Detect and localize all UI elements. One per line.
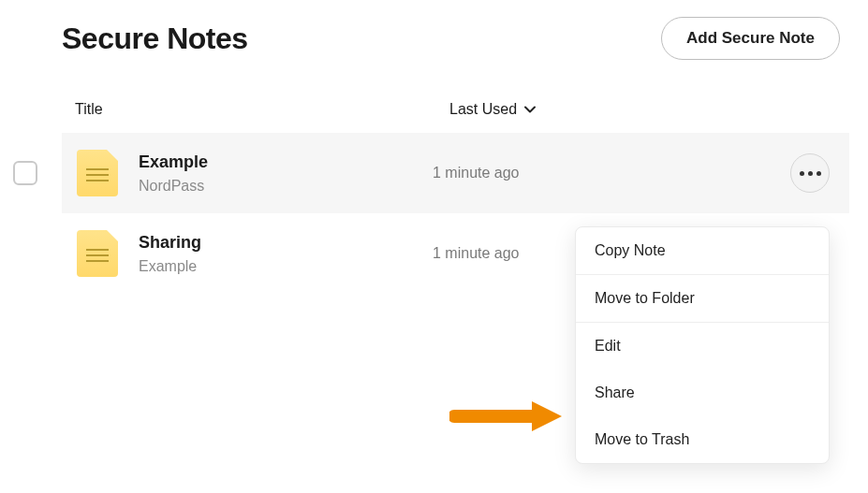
column-last-used[interactable]: Last Used: [449, 101, 846, 118]
row-title-cell: Example NordPass: [118, 152, 433, 195]
row-last-used: 1 minute ago: [433, 165, 780, 181]
row-title: Example: [139, 152, 433, 172]
note-icon: [77, 230, 118, 277]
menu-move-to-folder[interactable]: Move to Folder: [576, 275, 829, 322]
annotation-arrow-icon: [449, 398, 562, 435]
row-subtitle: Example: [139, 258, 433, 275]
page-title: Secure Notes: [62, 22, 248, 56]
dots-icon: [800, 171, 804, 176]
column-last-used-label: Last Used: [449, 101, 517, 118]
menu-copy-note[interactable]: Copy Note: [576, 227, 829, 274]
row-checkbox[interactable]: [13, 161, 37, 185]
row-title-cell: Sharing Example: [118, 233, 433, 275]
menu-share[interactable]: Share: [576, 370, 829, 416]
table-row[interactable]: Example NordPass 1 minute ago: [62, 133, 849, 213]
row-subtitle: NordPass: [139, 178, 433, 195]
note-icon: [77, 150, 118, 196]
context-menu: Copy Note Move to Folder Edit Share Move…: [575, 226, 830, 464]
menu-move-to-trash[interactable]: Move to Trash: [576, 416, 829, 463]
svg-marker-1: [532, 401, 562, 431]
column-headers: Title Last Used: [62, 101, 849, 133]
add-secure-note-button[interactable]: Add Secure Note: [661, 17, 840, 60]
more-actions-button[interactable]: [790, 153, 830, 193]
chevron-down-icon: [522, 102, 537, 117]
column-title[interactable]: Title: [66, 101, 449, 118]
menu-edit[interactable]: Edit: [576, 323, 829, 370]
header: Secure Notes Add Secure Note: [62, 17, 849, 60]
row-title: Sharing: [139, 233, 433, 253]
